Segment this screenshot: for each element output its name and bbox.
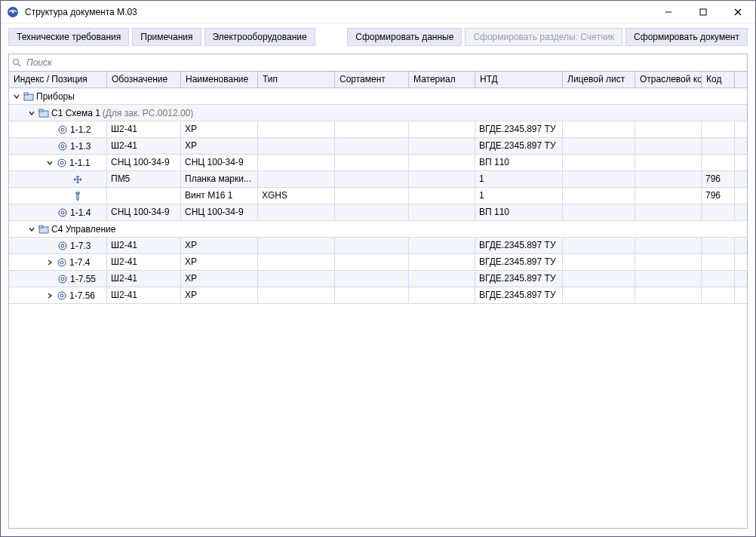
- form-data-button[interactable]: Сформировать данные: [347, 28, 462, 46]
- component-icon: [57, 207, 68, 218]
- tree-row[interactable]: 1-7.3 Ш2-41 XP ВГДЕ.2345.897 ТУ: [9, 238, 747, 254]
- cell-ntd: 1: [475, 188, 563, 204]
- component-icon: [57, 158, 67, 168]
- cell-name: XP: [181, 254, 258, 270]
- close-button[interactable]: [721, 1, 755, 23]
- svg-point-30: [60, 294, 63, 297]
- cell-designation: Ш2-41: [107, 138, 181, 154]
- form-document-button[interactable]: Сформировать документ: [625, 28, 748, 46]
- folder-icon: [38, 108, 49, 118]
- svg-point-13: [61, 128, 64, 131]
- cell-name: XP: [181, 271, 258, 287]
- grid-header: Индекс / Позиция Обозначение Наименовани…: [9, 72, 747, 88]
- main-window: Структура документа М.03 Технические тре…: [0, 0, 756, 537]
- cell-name: XP: [181, 287, 258, 303]
- tree-row[interactable]: 1-7.4 Ш2-41 XP ВГДЕ.2345.897 ТУ: [9, 254, 747, 271]
- group-label: Приборы: [36, 91, 75, 102]
- cell-index: 1-7.4: [69, 257, 90, 268]
- tree-group-row[interactable]: C1 Схема 1 (Для зак. PC.0012.00): [9, 105, 747, 121]
- tree-row[interactable]: 1-7.56 Ш2-41 XP ВГДЕ.2345.897 ТУ: [9, 287, 747, 304]
- cell-ntd: ВГДЕ.2345.897 ТУ: [475, 254, 563, 270]
- component-icon: [57, 274, 68, 284]
- minimize-button[interactable]: [651, 1, 686, 23]
- cell-designation: СНЦ 100-34-9: [107, 155, 181, 170]
- window-title: Структура документа М.03: [25, 7, 651, 17]
- cell-ntd: ВГДЕ.2345.897 ТУ: [475, 271, 563, 287]
- cell-code: 796: [702, 171, 735, 187]
- svg-line-7: [18, 64, 20, 66]
- tree-row[interactable]: 1-1.2 Ш2-41 XP ВГДЕ.2345.897 ТУ: [9, 121, 747, 138]
- tree-row[interactable]: 1-1.4 СНЦ 100-34-9 СНЦ 100-34-9 ВП 110: [9, 204, 747, 221]
- cell-name: СНЦ 100-34-9: [181, 155, 258, 170]
- expand-toggle[interactable]: [12, 92, 21, 101]
- col-branch[interactable]: Отраслевой код: [635, 72, 702, 87]
- group-note: (Для зак. PC.0012.00): [103, 108, 193, 118]
- group-label: C1 Схема 1: [51, 108, 100, 118]
- toolbar-area: Технические требования Примечания Электр…: [1, 23, 755, 46]
- tree-group-row[interactable]: Приборы: [9, 88, 747, 105]
- svg-rect-22: [39, 226, 43, 228]
- tab-electro[interactable]: Электрооборудование: [204, 28, 315, 46]
- tree-row[interactable]: 1-1.3 Ш2-41 XP ВГДЕ.2345.897 ТУ: [9, 138, 747, 155]
- cell-designation: Ш2-41: [107, 287, 181, 303]
- col-designation[interactable]: Обозначение: [107, 72, 181, 87]
- expand-toggle[interactable]: [27, 225, 36, 234]
- svg-rect-11: [39, 109, 43, 112]
- search-icon: [12, 58, 22, 68]
- cell-name: XP: [181, 238, 258, 253]
- cell-ntd: ВГДЕ.2345.897 ТУ: [475, 121, 563, 137]
- col-name[interactable]: Наименование: [181, 72, 258, 87]
- search-box[interactable]: [8, 54, 748, 72]
- tree-grid: Индекс / Позиция Обозначение Наименовани…: [8, 72, 748, 529]
- svg-point-24: [61, 244, 64, 247]
- component-icon: [57, 124, 68, 135]
- cell-index: 1-7.56: [69, 290, 95, 301]
- cell-index: 1-1.4: [70, 207, 91, 218]
- expand-toggle[interactable]: [45, 291, 54, 300]
- cell-ntd: ВГДЕ.2345.897 ТУ: [475, 238, 563, 253]
- expand-toggle[interactable]: [45, 158, 54, 167]
- tree-row[interactable]: 1-7.55 Ш2-41 XP ВГДЕ.2345.897 ТУ: [9, 271, 747, 287]
- tree-row[interactable]: Винт М16 1 XGHS 1 796: [9, 188, 747, 204]
- cell-index: 1-1.1: [69, 158, 90, 168]
- component-icon: [57, 241, 68, 251]
- cell-designation: Ш2-41: [107, 271, 181, 287]
- component-icon: [57, 290, 67, 301]
- folder-icon: [38, 224, 49, 235]
- component-icon: [57, 257, 67, 268]
- col-type[interactable]: Тип: [258, 72, 335, 87]
- tab-notes[interactable]: Примечания: [132, 28, 201, 46]
- col-code[interactable]: Код: [702, 72, 735, 87]
- svg-rect-18: [76, 192, 79, 194]
- grid-scroll[interactable]: Индекс / Позиция Обозначение Наименовани…: [9, 72, 747, 528]
- svg-rect-3: [700, 9, 706, 15]
- svg-rect-9: [24, 93, 28, 95]
- tab-tech-requirements[interactable]: Технические требования: [8, 28, 129, 46]
- tree-group-row[interactable]: C4 Управление: [9, 221, 747, 238]
- cell-name: XP: [181, 121, 258, 137]
- cell-index: 1-7.55: [70, 274, 96, 284]
- search-input[interactable]: [25, 57, 744, 69]
- svg-point-12: [59, 126, 66, 133]
- col-sortament[interactable]: Сортамент: [335, 72, 409, 87]
- folder-icon: [23, 91, 34, 102]
- col-ntd[interactable]: НТД: [475, 72, 563, 87]
- col-face[interactable]: Лицевой лист: [563, 72, 635, 87]
- window-controls: [651, 1, 755, 23]
- cell-name: XP: [181, 138, 258, 154]
- svg-point-6: [14, 59, 19, 64]
- expand-toggle[interactable]: [27, 109, 36, 118]
- content: Индекс / Позиция Обозначение Наименовани…: [1, 46, 755, 536]
- maximize-button[interactable]: [686, 1, 721, 23]
- cell-name: Винт М16 1: [181, 188, 258, 204]
- tree-row[interactable]: ПМ5 Планка марки... 1 796: [9, 171, 747, 188]
- tree-row[interactable]: 1-1.1 СНЦ 100-34-9 СНЦ 100-34-9 ВП 110: [9, 155, 747, 171]
- component-icon: [57, 141, 68, 152]
- toolbar: Технические требования Примечания Электр…: [8, 28, 748, 46]
- cell-ntd: ВП 110: [475, 204, 563, 220]
- cell-type: XGHS: [258, 188, 335, 204]
- expand-toggle[interactable]: [45, 258, 54, 267]
- col-index[interactable]: Индекс / Позиция: [9, 72, 107, 87]
- col-material[interactable]: Материал: [409, 72, 475, 87]
- form-sections-button: Сформировать разделы: Счетчик: [465, 28, 622, 46]
